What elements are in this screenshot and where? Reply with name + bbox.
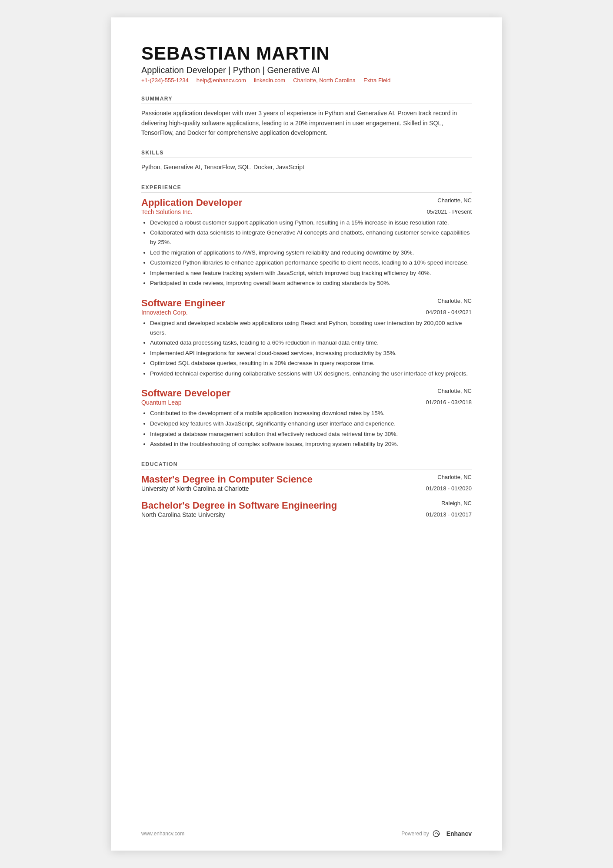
education-entry-1: Master's Degree in Computer Science Char… <box>141 474 472 492</box>
svg-point-0 <box>433 831 439 837</box>
exp-location-3: Charlotte, NC <box>437 388 472 394</box>
exp-subheader-1: Tech Solutions Inc. 05/2021 - Present <box>141 208 472 215</box>
education-entry-2: Bachelor's Degree in Software Engineerin… <box>141 500 472 518</box>
header: SEBASTIAN MARTIN Application Developer |… <box>141 44 472 84</box>
exp-bullets-2: Designed and developed scalable web appl… <box>141 318 472 379</box>
enhancv-logo-icon <box>433 830 445 838</box>
bullet-item: Integrated a database management solutio… <box>150 429 472 439</box>
edu-degree-1: Master's Degree in Computer Science <box>141 474 313 485</box>
bullet-item: Contributed to the development of a mobi… <box>150 409 472 418</box>
exp-subheader-3: Quantum Leap 01/2016 - 03/2018 <box>141 399 472 406</box>
exp-date-3: 01/2016 - 03/2018 <box>426 399 472 406</box>
contact-location: Charlotte, North Carolina <box>293 77 356 84</box>
edu-degree-2: Bachelor's Degree in Software Engineerin… <box>141 500 337 511</box>
page-footer: www.enhancv.com Powered by Enhancv <box>141 830 472 838</box>
education-label: EDUCATION <box>141 461 472 469</box>
footer-powered-text: Powered by <box>401 831 429 837</box>
experience-section: EXPERIENCE Application Developer Charlot… <box>141 184 472 449</box>
contact-extra: Extra Field <box>363 77 390 84</box>
exp-bullets-1: Developed a robust customer support appl… <box>141 218 472 288</box>
edu-location-1: Charlotte, NC <box>437 474 472 480</box>
bullet-item: Participated in code reviews, improving … <box>150 278 472 288</box>
summary-label: SUMMARY <box>141 96 472 104</box>
bullet-item: Collaborated with data scientists to int… <box>150 228 472 247</box>
exp-subheader-2: Innovatech Corp. 04/2018 - 04/2021 <box>141 309 472 316</box>
exp-location-2: Charlotte, NC <box>437 298 472 304</box>
bullet-item: Designed and developed scalable web appl… <box>150 318 472 337</box>
exp-header-1: Application Developer Charlotte, NC <box>141 197 472 208</box>
summary-text: Passionate application developer with ov… <box>141 108 472 137</box>
edu-location-2: Raleigh, NC <box>441 500 472 506</box>
edu-header-2: Bachelor's Degree in Software Engineerin… <box>141 500 472 511</box>
edu-subheader-1: University of North Carolina at Charlott… <box>141 485 472 492</box>
summary-section: SUMMARY Passionate application developer… <box>141 96 472 137</box>
edu-date-2: 01/2013 - 01/2017 <box>426 511 472 518</box>
exp-title-2: Software Engineer <box>141 298 225 309</box>
exp-header-3: Software Developer Charlotte, NC <box>141 388 472 399</box>
edu-school-1: University of North Carolina at Charlott… <box>141 485 249 492</box>
exp-header-2: Software Engineer Charlotte, NC <box>141 298 472 309</box>
experience-label: EXPERIENCE <box>141 184 472 193</box>
exp-title-3: Software Developer <box>141 388 230 399</box>
exp-location-1: Charlotte, NC <box>437 197 472 204</box>
exp-title-1: Application Developer <box>141 197 242 208</box>
contact-email: help@enhancv.com <box>197 77 246 84</box>
experience-entry-2: Software Engineer Charlotte, NC Innovate… <box>141 298 472 379</box>
bullet-item: Implemented API integrations for several… <box>150 349 472 358</box>
bullet-item: Assisted in the troubleshooting of compl… <box>150 439 472 449</box>
bullet-item: Developed key features with JavaScript, … <box>150 419 472 429</box>
bullet-item: Automated data processing tasks, leading… <box>150 338 472 348</box>
skills-text: Python, Generative AI, TensorFlow, SQL, … <box>141 162 472 172</box>
footer-website: www.enhancv.com <box>141 831 184 837</box>
enhancv-logo: Enhancv <box>433 830 472 838</box>
candidate-name: SEBASTIAN MARTIN <box>141 44 472 64</box>
bullet-item: Developed a robust customer support appl… <box>150 218 472 228</box>
candidate-title: Application Developer | Python | Generat… <box>141 65 472 75</box>
exp-bullets-3: Contributed to the development of a mobi… <box>141 409 472 449</box>
skills-section: SKILLS Python, Generative AI, TensorFlow… <box>141 150 472 172</box>
contact-linkedin: linkedin.com <box>254 77 285 84</box>
education-section: EDUCATION Master's Degree in Computer Sc… <box>141 461 472 518</box>
bullet-item: Led the migration of applications to AWS… <box>150 248 472 258</box>
edu-date-1: 01/2018 - 01/2020 <box>426 485 472 492</box>
footer-brand: Powered by Enhancv <box>401 830 472 838</box>
contact-phone: +1-(234)-555-1234 <box>141 77 189 84</box>
edu-subheader-2: North Carolina State University 01/2013 … <box>141 511 472 518</box>
edu-school-2: North Carolina State University <box>141 511 225 518</box>
exp-date-2: 04/2018 - 04/2021 <box>426 309 472 315</box>
edu-header-1: Master's Degree in Computer Science Char… <box>141 474 472 485</box>
exp-company-3: Quantum Leap <box>141 399 182 406</box>
exp-company-1: Tech Solutions Inc. <box>141 208 193 215</box>
resume-page: SEBASTIAN MARTIN Application Developer |… <box>111 17 502 851</box>
exp-date-1: 05/2021 - Present <box>427 208 472 215</box>
experience-entry-1: Application Developer Charlotte, NC Tech… <box>141 197 472 288</box>
footer-brand-name: Enhancv <box>446 830 472 837</box>
contact-info: +1-(234)-555-1234 help@enhancv.com linke… <box>141 77 472 84</box>
skills-label: SKILLS <box>141 150 472 158</box>
bullet-item: Optimized SQL database queries, resultin… <box>150 359 472 368</box>
exp-company-2: Innovatech Corp. <box>141 309 188 316</box>
bullet-item: Customized Python libraries to enhance a… <box>150 258 472 268</box>
bullet-item: Provided technical expertise during coll… <box>150 369 472 379</box>
experience-entry-3: Software Developer Charlotte, NC Quantum… <box>141 388 472 449</box>
bullet-item: Implemented a new feature tracking syste… <box>150 268 472 278</box>
